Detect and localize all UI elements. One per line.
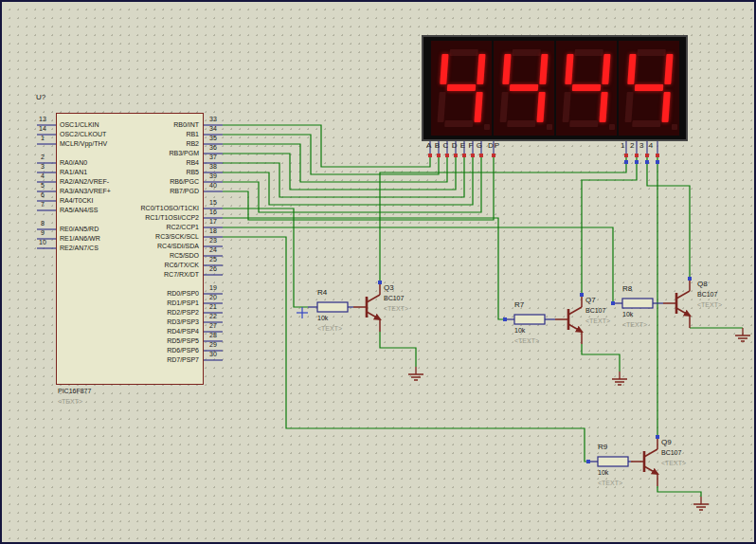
transistor-q9[interactable] <box>631 437 657 486</box>
wire <box>582 344 620 372</box>
mcu-part-label: PIC16F877 <box>58 388 91 395</box>
segment-c <box>599 92 607 122</box>
transistor-q7[interactable] <box>555 295 582 344</box>
transistor-ref-label[interactable]: Q7 <box>585 297 596 305</box>
pin-label: RC2/CCP1 <box>60 224 199 231</box>
decimal-point <box>672 124 677 130</box>
segment-g <box>447 84 476 91</box>
pin-label: RB4 <box>60 159 199 167</box>
transistor-q8[interactable] <box>663 279 690 328</box>
ground-symbol[interactable] <box>408 367 423 380</box>
text-placeholder: <TEXT> <box>384 305 408 313</box>
junction-marker <box>586 460 590 463</box>
segment-f <box>565 54 573 84</box>
junction-marker <box>580 293 584 297</box>
junction-marker <box>624 160 628 164</box>
ground-symbol[interactable] <box>612 372 627 385</box>
segment-c <box>536 92 545 122</box>
segment-b <box>477 54 485 84</box>
pin-number: 24 <box>204 246 223 254</box>
pin-label: RC4/SDI/SDA <box>60 243 199 250</box>
pin-number: 3 <box>33 163 52 171</box>
segment-c <box>661 92 670 122</box>
pin-number: 38 <box>204 163 223 171</box>
pin-number: 27 <box>204 322 223 330</box>
pin-end-marker <box>437 154 441 157</box>
segment-e <box>437 92 445 122</box>
segment-e <box>499 92 508 122</box>
pin-label: RC3/SCK/SCL <box>60 233 199 241</box>
resistor-ref-label[interactable]: R8 <box>622 285 632 294</box>
junction-marker <box>378 281 382 284</box>
pin-label: RD5/PSP5 <box>60 337 199 345</box>
resistor-r4[interactable] <box>308 302 353 312</box>
pin-number: 2 <box>33 154 52 161</box>
pin-label: RB0/INT <box>60 121 199 129</box>
resistor-ref-label[interactable]: R4 <box>317 289 327 298</box>
seven-seg-digit[interactable] <box>494 41 554 136</box>
wire <box>647 157 690 279</box>
resistor-ref-label[interactable]: R7 <box>514 301 524 310</box>
pin-number: 4 <box>33 172 52 180</box>
wire <box>582 157 637 295</box>
pin-label: RC6/TX/CK <box>60 262 199 269</box>
resistor-r9[interactable] <box>588 457 631 466</box>
seven-seg-digit[interactable] <box>431 41 492 136</box>
wire <box>223 218 505 319</box>
pin-label: RD1/PSP1 <box>60 299 199 307</box>
wire <box>223 209 308 307</box>
mcu-ref-label[interactable]: U? <box>36 94 45 102</box>
pin-number: 16 <box>204 209 223 216</box>
transistor-q3[interactable] <box>353 282 380 332</box>
segment-a <box>574 49 603 56</box>
resistor-r7[interactable] <box>505 315 555 324</box>
pin-label: RC0/T1OSO/T1CKI <box>60 205 199 212</box>
pin-label: RB2 <box>60 140 199 148</box>
pin-number: 18 <box>204 227 223 235</box>
digit-segments <box>624 49 674 127</box>
seven-seg-digit[interactable] <box>619 41 679 136</box>
decimal-point <box>484 124 490 130</box>
pin-end-marker <box>454 154 458 157</box>
junction-marker <box>611 301 615 305</box>
pin-number: 37 <box>204 154 223 161</box>
segment-d <box>569 120 598 127</box>
seven-seg-digit[interactable] <box>556 41 617 136</box>
pin-number: 22 <box>204 313 223 320</box>
resistor-r8[interactable] <box>613 299 663 308</box>
segment-b <box>664 54 673 84</box>
pin-number: 6 <box>33 191 52 199</box>
ground-symbol[interactable] <box>693 497 709 510</box>
origin-cross-marker <box>297 307 308 318</box>
pin-number: 26 <box>204 265 223 273</box>
text-placeholder: <TEXT> <box>661 460 686 467</box>
resistor-value-label: 10k <box>622 311 633 318</box>
text-placeholder: <TEXT> <box>598 480 622 487</box>
resistor-ref-label[interactable]: R9 <box>598 444 607 452</box>
transistor-ref-label[interactable]: Q8 <box>697 281 708 289</box>
digit-segments <box>562 49 611 127</box>
pin-number: 17 <box>204 218 223 226</box>
pin-number: 10 <box>33 239 52 246</box>
pin-number: 30 <box>204 351 223 358</box>
schematic-canvas[interactable]: U? PIC16F877 <TEXT> 13 14 1 2 3 4 5 6 7 … <box>0 0 756 544</box>
transistor-ref-label[interactable]: Q3 <box>384 284 394 293</box>
pin-number: 25 <box>204 256 223 263</box>
pin-number: 21 <box>204 303 223 311</box>
seven-seg-display[interactable] <box>422 35 688 141</box>
ground-symbol[interactable] <box>735 328 750 341</box>
transistor-ref-label[interactable]: Q9 <box>661 439 672 447</box>
segment-a <box>637 49 665 56</box>
pin-label: RC5/SDO <box>60 252 199 260</box>
text-placeholder: <TEXT> <box>622 321 647 329</box>
decimal-point <box>609 124 615 130</box>
digit-segments <box>437 49 486 127</box>
text-placeholder: <TEXT> <box>514 337 539 345</box>
pin-number: 14 <box>33 125 52 133</box>
pin-number: 35 <box>204 135 223 142</box>
wire <box>380 332 416 367</box>
transistor-part-label: BC107 <box>384 295 404 302</box>
wire <box>223 125 430 167</box>
pin-end-marker <box>635 154 639 157</box>
display-dp-pin-label: DP <box>488 142 500 151</box>
